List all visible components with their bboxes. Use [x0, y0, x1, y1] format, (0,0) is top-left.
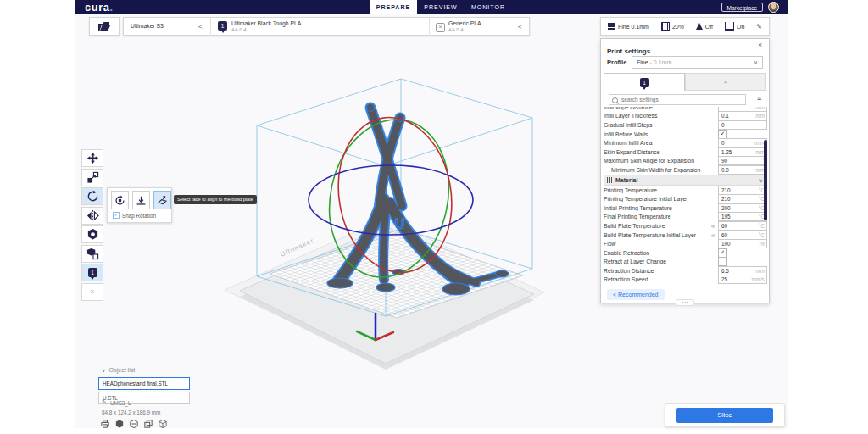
extruder-2-disabled-icon: × [436, 23, 445, 32]
divider [210, 18, 211, 36]
settings-section-material[interactable]: Material∨ [604, 175, 767, 186]
setting-value-input[interactable]: 6.5mm [718, 266, 767, 275]
panel-drag-handle[interactable]: ⋯ [676, 299, 694, 306]
rename-pencil-icon[interactable]: ✎ [102, 399, 107, 406]
extruder-2-disabled-icon: × [90, 287, 94, 296]
setting-row: Initial Printing Temperature200°C [604, 203, 767, 213]
printer-collapse-chevron-icon[interactable]: < [198, 23, 203, 31]
setting-row: Retract at Layer Change [604, 258, 767, 267]
setting-row: Flow100% [604, 239, 767, 248]
setting-value: 0.0 [719, 167, 756, 173]
tooltip: Select face to align to the build plate [174, 195, 257, 204]
select-face-icon [157, 195, 168, 206]
setting-value-input[interactable]: 60°C [718, 231, 767, 240]
project-name: UMS3_U [110, 400, 132, 406]
support-blocker-tool[interactable] [81, 245, 103, 263]
link-icon[interactable]: ∞ [711, 223, 715, 229]
open-file-button[interactable] [89, 17, 120, 36]
snap-rotation-label: Snap Rotation [122, 213, 156, 219]
printer-icon[interactable] [101, 420, 109, 428]
profile-label: Profile [607, 58, 626, 66]
avatar[interactable] [768, 2, 779, 13]
configuration-collapse-chevron-icon[interactable]: < [518, 23, 522, 31]
setting-value-input[interactable]: 210°C [718, 194, 767, 203]
printer-name[interactable]: Ultimaker S3 [131, 23, 164, 30]
edit-settings-pencil-icon[interactable]: ✎ [756, 23, 762, 31]
profile-dropdown[interactable]: Fine - 0.1mm ∨ [632, 56, 763, 69]
setting-row: Retraction Distance6.5mm [604, 266, 767, 275]
chevron-down-icon: ∨ [102, 367, 105, 373]
reset-rotation-button[interactable] [111, 191, 129, 209]
setting-value-input[interactable]: 25mm/s [718, 275, 767, 284]
select-face-button[interactable] [153, 191, 171, 209]
settings-menu-icon[interactable]: ≡ [757, 94, 761, 103]
tab-prepare[interactable]: PREPARE [370, 0, 417, 14]
setting-label: Maximum Skin Angle for Expansion [604, 158, 718, 164]
setting-checkbox[interactable]: ✓ [718, 130, 727, 139]
setting-value: 60 [719, 223, 759, 229]
lay-flat-button[interactable] [132, 191, 150, 209]
setting-value-input[interactable]: 0.0mm [718, 165, 767, 175]
setting-value: 0 [719, 122, 765, 128]
object-list-header[interactable]: ∨ Object list [102, 367, 135, 373]
setting-value: 210 [719, 187, 759, 193]
setting-row: Minimum Infill Area0mm² [604, 138, 767, 147]
setting-value-input[interactable]: 90° [718, 156, 767, 165]
setting-value-input[interactable]: 0.1mm [718, 111, 767, 120]
setting-row: Retraction Speed25mm/s [604, 275, 767, 285]
extruder-2-material[interactable]: Generic PLA [448, 20, 481, 27]
cube-flip-icon[interactable] [130, 420, 138, 428]
setting-value: 6.5 [719, 268, 756, 274]
recommended-link[interactable]: < Recommended [607, 289, 665, 300]
setting-value-input[interactable]: 0 [718, 120, 767, 130]
marketplace-button[interactable]: Marketplace [721, 3, 763, 12]
setting-label: Retraction Speed [604, 276, 718, 282]
per-model-settings-tool[interactable] [81, 225, 103, 243]
setting-checkbox[interactable] [718, 257, 727, 266]
move-icon [86, 152, 99, 164]
extruder-1-badge-icon: 1 [88, 268, 97, 277]
setting-value-input[interactable]: 200°C [718, 203, 767, 213]
scrollbar-thumb[interactable] [764, 140, 767, 220]
setting-value-input[interactable]: 195°C [718, 212, 767, 221]
setting-value-input[interactable]: 0mm² [718, 138, 767, 147]
object-list-item[interactable]: HEADphonestand final.STL [98, 377, 190, 390]
setting-value-input[interactable]: 1.25mm [718, 147, 767, 157]
setting-label: Build Plate Temperature [604, 223, 711, 229]
close-icon[interactable]: × [758, 41, 762, 49]
extruder-select-button-1[interactable]: 1 [81, 264, 103, 281]
tab-extruder-1[interactable]: 1 [604, 73, 685, 91]
setting-label: Retract at Layer Change [604, 259, 718, 264]
rotate-tool[interactable] [81, 187, 103, 205]
print-settings-summary-bar[interactable]: Fine 0.1mm 20% Off On ✎ [600, 17, 770, 36]
setting-value-input[interactable]: 60°C [718, 221, 767, 231]
tab-preview[interactable]: PREVIEW [417, 0, 465, 14]
setting-value-input[interactable]: 100% [718, 239, 767, 248]
support-blocker-icon [86, 248, 99, 260]
extruder-1-nozzle: AA 0.4 [231, 27, 301, 32]
reset-rotation-icon [114, 195, 125, 206]
setting-value: 0 [719, 140, 754, 146]
snap-rotation-checkbox[interactable]: ✓ [113, 212, 120, 219]
extruder-select-button-2[interactable]: × [81, 283, 103, 301]
link-icon[interactable]: ∞ [711, 232, 715, 238]
cube-outline-icon[interactable] [159, 420, 167, 428]
tab-monitor[interactable]: MONITOR [465, 0, 512, 14]
setting-checkbox[interactable]: ✓ [718, 248, 727, 258]
mirror-tool[interactable] [81, 207, 103, 225]
cura-logo: cura. [85, 1, 114, 14]
setting-value: 1.25 [719, 149, 756, 155]
slice-button[interactable]: Slice [676, 408, 773, 423]
scale-tool[interactable] [81, 169, 103, 186]
search-input[interactable] [620, 95, 733, 104]
cube-solid-icon[interactable] [115, 420, 124, 428]
logo-dot: . [109, 1, 113, 14]
cube-copy-icon[interactable] [144, 420, 153, 428]
extruder-1-material[interactable]: Ultimaker Black Tough PLA [231, 20, 301, 27]
material-icon [607, 177, 612, 183]
search-settings-box[interactable] [609, 94, 746, 105]
move-tool[interactable] [81, 149, 103, 167]
setting-value-input[interactable]: 210°C [718, 186, 767, 195]
setting-label: Infill Layer Thickness [604, 113, 718, 119]
tab-extruder-2[interactable]: × [685, 73, 766, 91]
